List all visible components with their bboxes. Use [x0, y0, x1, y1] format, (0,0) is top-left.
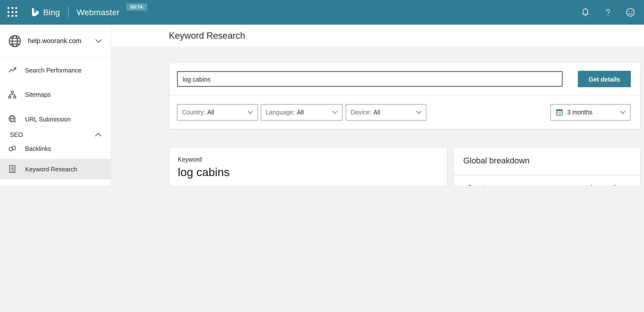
chevron-down-icon — [620, 111, 626, 114]
filter-row: Country: All Language: All Device: All — [170, 95, 640, 129]
chevron-down-icon — [95, 39, 102, 43]
sidebar-item-seo-reports[interactable]: SEO Reports — [0, 179, 111, 186]
calendar-icon — [555, 108, 564, 117]
topbar: Bing Webmaster BETA — [0, 0, 644, 25]
app-name: Webmaster — [77, 8, 120, 17]
bing-webmaster-app: Bing Webmaster BETA — [0, 0, 644, 186]
sidebar-item-keyword-research[interactable]: Keyword Research — [0, 159, 111, 179]
country-filter-dropdown[interactable]: Country: All — [177, 104, 258, 120]
bing-brand[interactable]: Bing — [30, 7, 60, 17]
product-name: Bing — [43, 8, 60, 17]
search-panel: Get details Country: All Language: All — [169, 63, 640, 129]
globe-plus-icon — [8, 114, 17, 123]
keyword-label: Keyword — [178, 156, 438, 163]
chevron-down-icon — [416, 111, 422, 114]
help-button[interactable] — [602, 7, 613, 18]
chevron-down-icon — [248, 111, 253, 114]
country-column-header: Country — [468, 184, 491, 186]
site-selector[interactable]: help.woorank.com — [0, 25, 111, 57]
bing-logo-icon — [30, 7, 39, 17]
sitemap-icon — [8, 90, 17, 99]
links-icon — [8, 144, 17, 153]
main-content: Keyword Research Get details Country: Al… — [111, 25, 644, 186]
report-warning-icon — [8, 185, 17, 186]
site-name: help.woorank.com — [28, 37, 81, 45]
globe-icon — [8, 34, 22, 48]
keyword-card: Keyword log cabins Impressions 07 Apr 20… — [169, 147, 447, 186]
content-area: Get details Country: All Language: All — [111, 48, 644, 186]
keyword-value: log cabins — [178, 166, 438, 179]
global-breakdown-title: Global breakdown — [453, 147, 640, 175]
bell-icon — [580, 7, 590, 17]
page-title: Keyword Research — [169, 31, 245, 41]
sidebar: help.woorank.com Search Performance Site… — [0, 25, 111, 186]
global-breakdown-card: Global breakdown Country Impressions — [453, 147, 641, 186]
beta-badge: BETA — [127, 3, 147, 11]
notifications-button[interactable] — [580, 7, 591, 18]
sidebar-item-backlinks[interactable]: Backlinks — [0, 138, 111, 159]
sidebar-item-url-submission[interactable]: URL Submission — [0, 106, 111, 131]
search-row: Get details — [170, 63, 640, 96]
question-icon — [603, 7, 613, 17]
chevron-down-icon — [332, 111, 338, 114]
table-header: Country Impressions — [453, 175, 640, 186]
keyword-search-input[interactable] — [177, 71, 562, 87]
sidebar-group-seo[interactable]: SEO — [0, 131, 111, 138]
trend-icon — [8, 65, 17, 74]
get-details-button[interactable]: Get details — [578, 71, 631, 87]
impressions-column-header: Impressions — [590, 184, 627, 186]
sidebar-item-search-performance[interactable]: Search Performance — [0, 58, 111, 82]
language-filter-dropdown[interactable]: Language: All — [261, 104, 342, 120]
device-filter-dropdown[interactable]: Device: All — [346, 104, 426, 120]
date-range-dropdown[interactable]: 3 months — [550, 104, 630, 120]
sidebar-item-sitemaps[interactable]: Sitemaps — [0, 82, 111, 106]
chevron-up-icon — [95, 133, 102, 137]
document-list-icon — [8, 165, 17, 174]
smiley-icon — [625, 7, 636, 18]
waffle-icon[interactable] — [7, 7, 18, 18]
topbar-actions — [580, 7, 636, 18]
topbar-divider — [68, 6, 69, 18]
feedback-button[interactable] — [625, 7, 636, 18]
page-header: Keyword Research — [111, 25, 644, 48]
